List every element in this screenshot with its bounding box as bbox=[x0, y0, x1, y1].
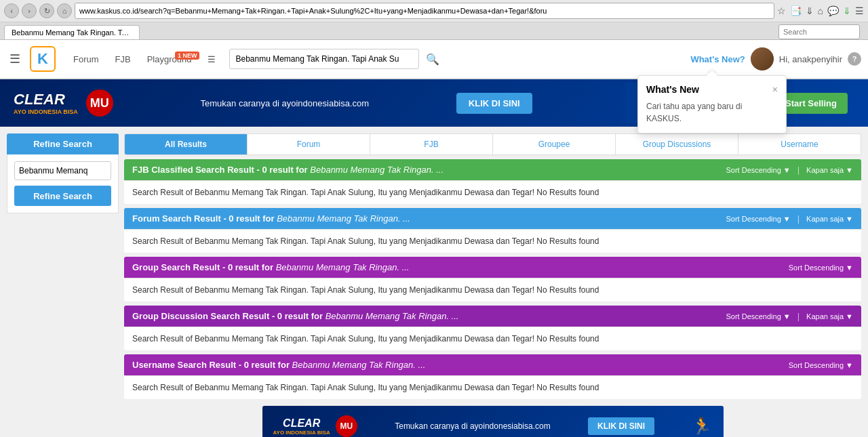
download2-icon[interactable]: ⇓ bbox=[843, 5, 851, 16]
tab-all-results[interactable]: All Results bbox=[125, 134, 248, 154]
popup-title-row: What's New × bbox=[646, 84, 778, 95]
bottom-banner-brand-icon: CLEAR AYO INDONESIA BISA bbox=[273, 417, 330, 436]
fjb-result-title: FJB Classified Search Result - 0 result … bbox=[132, 165, 443, 175]
refine-search-header: Refine Search bbox=[7, 133, 119, 154]
manchester-united-logo: MU bbox=[86, 89, 113, 117]
bottom-banner: CLEAR AYO INDONESIA BISA MU Temukan cara… bbox=[262, 406, 724, 437]
results-area: All Results Forum FJB Groupee Group Disc… bbox=[124, 133, 861, 437]
popup-title: What's New bbox=[646, 84, 699, 95]
group-result-header: Group Search Result - 0 result for Beban… bbox=[124, 257, 861, 278]
fjb-kapan-button[interactable]: Kapan saja ▼ bbox=[806, 166, 853, 174]
logo-box[interactable]: K bbox=[30, 46, 56, 72]
fjb-result-section: FJB Classified Search Result - 0 result … bbox=[124, 159, 861, 204]
browser-icons: ☆ 📑 ⇓ ⌂ 💬 ⇓ ☰ bbox=[777, 5, 864, 16]
nav-forum[interactable]: Forum bbox=[66, 50, 106, 68]
popup-arrow bbox=[707, 70, 717, 76]
hamburger-button[interactable]: ☰ bbox=[7, 49, 23, 69]
forum-result-section: Forum Search Result - 0 result for Beban… bbox=[124, 208, 861, 253]
username-sort-button[interactable]: Sort Descending ▼ bbox=[789, 361, 853, 369]
fjb-result-body: Search Result of Bebanmu Memang Tak Ring… bbox=[124, 180, 861, 204]
forum-result-body: Search Result of Bebanmu Memang Tak Ring… bbox=[124, 229, 861, 253]
bookmarks-icon[interactable]: 📑 bbox=[790, 5, 802, 16]
sidebar-body: Refine Search bbox=[7, 154, 119, 213]
tab-forum[interactable]: Forum bbox=[248, 134, 370, 154]
refine-search-button[interactable]: Refine Search bbox=[14, 186, 111, 206]
group-result-section: Group Search Result - 0 result for Beban… bbox=[124, 257, 861, 301]
app-header: ☰ K Forum FJB Playground 1 NEW ☰ 🔍 What'… bbox=[0, 40, 868, 79]
forward-button[interactable]: › bbox=[22, 3, 37, 18]
group-result-sort: Sort Descending ▼ bbox=[789, 264, 853, 272]
banner-brand: CLEAR AYO INDONESIA BISA bbox=[14, 91, 78, 115]
tab-group-discussions[interactable]: Group Discussions bbox=[616, 134, 738, 154]
reload-button[interactable]: ↻ bbox=[39, 3, 54, 18]
forum-kapan-button[interactable]: Kapan saja ▼ bbox=[806, 215, 853, 223]
forum-result-header: Forum Search Result - 0 result for Beban… bbox=[124, 208, 861, 229]
group-discussion-result-header: Group Discussion Search Result - 0 resul… bbox=[124, 306, 861, 327]
search-icon[interactable]: 🔍 bbox=[426, 53, 439, 66]
username-result-title: Username Search Result - 0 result for Be… bbox=[132, 360, 425, 370]
chat-icon[interactable]: 💬 bbox=[827, 5, 839, 16]
banner-left: CLEAR AYO INDONESIA BISA MU bbox=[14, 89, 113, 117]
bottom-banner-text: Temukan caranya di ayoindonesiabisa.com bbox=[395, 421, 550, 431]
banner-cta-button[interactable]: KLIK DI SINI bbox=[456, 93, 532, 114]
browser-search-input[interactable] bbox=[778, 24, 860, 39]
browser-toolbar: ‹ › ↻ ⌂ ☆ 📑 ⇓ ⌂ 💬 ⇓ ☰ bbox=[0, 0, 868, 22]
download-icon[interactable]: ⇓ bbox=[806, 5, 814, 16]
help-button[interactable]: ? bbox=[848, 52, 861, 66]
results-tabs: All Results Forum FJB Groupee Group Disc… bbox=[124, 133, 861, 155]
menu-icon[interactable]: ☰ bbox=[855, 5, 864, 16]
group-discussion-sort-button[interactable]: Sort Descending ▼ bbox=[726, 312, 790, 320]
bottom-banner-brand: CLEAR bbox=[283, 417, 320, 430]
sidebar-search-input[interactable] bbox=[14, 161, 111, 180]
username-result-header: Username Search Result - 0 result for Be… bbox=[124, 354, 861, 375]
group-sort-button[interactable]: Sort Descending ▼ bbox=[789, 264, 853, 272]
banner-middle-text: Temukan caranya di ayoindonesiabisa.com bbox=[201, 98, 370, 108]
back-button[interactable]: ‹ bbox=[4, 3, 19, 18]
popup-text: Cari tahu apa yang baru di KASKUS. bbox=[646, 100, 778, 125]
bottom-mu-logo: MU bbox=[336, 415, 357, 437]
nav-fjb[interactable]: FJB bbox=[108, 50, 138, 68]
username-result-sort: Sort Descending ▼ bbox=[789, 361, 853, 369]
sidebar: Refine Search Refine Search bbox=[7, 133, 119, 437]
avatar bbox=[751, 47, 774, 70]
fjb-result-header: FJB Classified Search Result - 0 result … bbox=[124, 159, 861, 180]
nav-more-icon[interactable]: ☰ bbox=[201, 50, 222, 68]
bookmark-icon[interactable]: ☆ bbox=[777, 5, 786, 16]
main-content: Refine Search Refine Search All Results … bbox=[0, 127, 868, 437]
forum-sort-button[interactable]: Sort Descending ▼ bbox=[726, 215, 790, 223]
banner-clear-text: CLEAR bbox=[14, 91, 78, 108]
header-right: What's New? Hi, anakpenyihir ? bbox=[690, 47, 861, 70]
bottom-banner-sub: AYO INDONESIA BISA bbox=[273, 430, 330, 436]
group-discussion-result-title: Group Discussion Search Result - 0 resul… bbox=[132, 311, 458, 321]
fjb-sort-button[interactable]: Sort Descending ▼ bbox=[726, 166, 790, 174]
main-nav: Forum FJB Playground 1 NEW ☰ bbox=[66, 50, 222, 68]
forum-result-sort: Sort Descending ▼ | Kapan saja ▼ bbox=[726, 213, 853, 224]
avatar-image bbox=[751, 47, 774, 70]
fjb-result-sort: Sort Descending ▼ | Kapan saja ▼ bbox=[726, 165, 853, 175]
whats-new-button[interactable]: What's New? bbox=[690, 54, 745, 64]
group-discussion-kapan-button[interactable]: Kapan saja ▼ bbox=[806, 312, 853, 320]
tab-bar: Bebanmu Memang Tak Ringan. Tapi Anak Su bbox=[0, 22, 868, 39]
new-badge: 1 NEW bbox=[175, 51, 200, 60]
group-discussion-result-body: Search Result of Bebanmu Memang Tak Ring… bbox=[124, 327, 861, 350]
header-search-input[interactable] bbox=[229, 49, 419, 69]
username-result-section: Username Search Result - 0 result for Be… bbox=[124, 354, 861, 399]
address-bar[interactable] bbox=[75, 3, 774, 19]
logo-k: K bbox=[37, 50, 48, 68]
tab-username[interactable]: Username bbox=[738, 134, 861, 154]
group-result-title: Group Search Result - 0 result for Beban… bbox=[132, 262, 409, 272]
browser-tab[interactable]: Bebanmu Memang Tak Ringan. Tapi Anak Su bbox=[4, 25, 140, 39]
group-result-body: Search Result of Bebanmu Memang Tak Ring… bbox=[124, 278, 861, 301]
tab-fjb[interactable]: FJB bbox=[370, 134, 493, 154]
home-nav-icon[interactable]: ⌂ bbox=[818, 5, 823, 16]
browser-chrome: ‹ › ↻ ⌂ ☆ 📑 ⇓ ⌂ 💬 ⇓ ☰ Bebanmu Memang Tak… bbox=[0, 0, 868, 40]
popup-close-button[interactable]: × bbox=[772, 84, 778, 95]
home-button[interactable]: ⌂ bbox=[57, 3, 72, 18]
bottom-banner-cta-button[interactable]: KLIK DI SINI bbox=[588, 417, 654, 435]
tab-groupee[interactable]: Groupee bbox=[493, 134, 616, 154]
username-result-body: Search Result of Bebanmu Memang Tak Ring… bbox=[124, 375, 861, 399]
group-discussion-sort: Sort Descending ▼ | Kapan saja ▼ bbox=[726, 311, 853, 321]
nav-playground-wrap: Playground 1 NEW bbox=[140, 54, 199, 64]
username-label: Hi, anakpenyihir bbox=[779, 54, 842, 64]
bottom-banner-player: 🏃 bbox=[692, 417, 712, 436]
